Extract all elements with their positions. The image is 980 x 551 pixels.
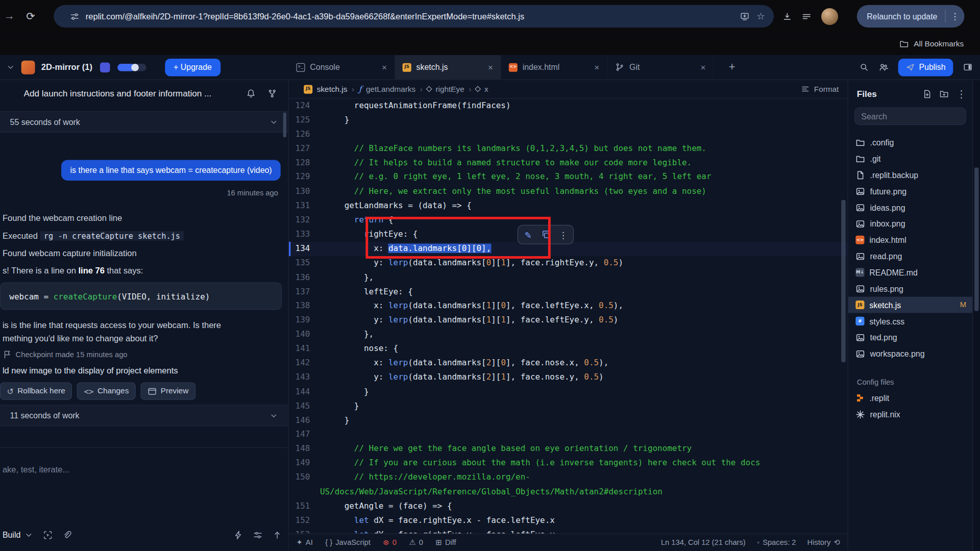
attach-icon[interactable] [62, 530, 71, 539]
edit-icon[interactable]: ✎ [520, 226, 537, 243]
file-item-ideas.png[interactable]: ideas.png [848, 199, 973, 216]
settings-icon[interactable] [253, 530, 262, 539]
new-tab-icon[interactable]: + [729, 55, 736, 80]
screenshot-icon[interactable] [43, 530, 52, 539]
search-icon[interactable] [860, 62, 869, 71]
files-menu-icon[interactable]: ⋮ [956, 88, 966, 100]
downloads-icon[interactable] [782, 12, 792, 21]
work-summary-top[interactable]: 55 seconds of work [0, 111, 288, 133]
code-line[interactable]: 139 y: lerp(data.landmarks[1][1], face.l… [289, 313, 848, 328]
breadcrumb-property[interactable]: x [484, 85, 488, 93]
copy-icon[interactable] [537, 226, 554, 243]
code-line[interactable]: 126 [289, 128, 848, 142]
url-text[interactable]: replit.com/@alfkeih/2D-mirror-1?replId=8… [86, 12, 732, 21]
site-settings-icon[interactable] [70, 12, 79, 21]
repl-badge-icon[interactable] [100, 62, 110, 72]
status-item[interactable]: ◦Spaces: 2 [757, 538, 796, 546]
editor-scrollbar[interactable] [841, 200, 846, 362]
file-item-inbox.png[interactable]: inbox.png [848, 215, 973, 232]
breadcrumb-property[interactable]: rightEye [435, 85, 464, 93]
boost-slider[interactable] [117, 63, 146, 71]
code-line[interactable]: 144 } [289, 385, 848, 399]
code-line[interactable]: 145 } [289, 399, 848, 413]
browser-menu-icon[interactable]: ⋮ [949, 11, 961, 21]
code-line[interactable]: 149 // If you are curious about the math… [289, 456, 848, 470]
code-line[interactable]: 148 // Here we get the face angle based … [289, 442, 848, 456]
status-item[interactable]: ⊞Diff [435, 538, 456, 546]
more-options-icon[interactable]: ⋮ [554, 226, 572, 243]
code-line[interactable]: US/docs/Web/JavaScript/Reference/Global_… [289, 485, 848, 499]
build-mode-dropdown[interactable]: Build [3, 530, 33, 539]
status-item[interactable]: { }JavaScript [325, 538, 371, 546]
code-line[interactable]: 130 // Here, we extract only the most us… [289, 185, 848, 199]
code-line[interactable]: 129 // e.g. 0 right eye, 1 left eye, 2 n… [289, 170, 848, 185]
code-line[interactable]: 143 y: lerp(data.landmarks[2][1], face.n… [289, 370, 848, 385]
rollback-button[interactable]: ↺Rollback here [0, 382, 72, 399]
code-line[interactable]: 138 x: lerp(data.landmarks[1][0], face.l… [289, 299, 848, 313]
file-item-rules.png[interactable]: rules.png [848, 281, 973, 297]
code-line[interactable]: 146} [289, 413, 848, 428]
layout-toggle-icon[interactable] [963, 62, 972, 71]
code-line[interactable]: 152 let dX = face.rightEye.x - face.left… [289, 513, 848, 528]
code-line[interactable]: 135 y: lerp(data.landmarks[0][1], face.r… [289, 256, 848, 270]
breadcrumb-function[interactable]: getLandmarks [366, 85, 415, 93]
format-button[interactable]: Format [801, 84, 839, 93]
file-item-future.png[interactable]: future.png [848, 183, 973, 199]
upgrade-button[interactable]: + Upgrade [165, 58, 220, 76]
close-icon[interactable]: × [700, 62, 705, 72]
status-item[interactable]: ✦AI [296, 538, 312, 546]
code-line[interactable]: 124 requestAnimationFrame(findFaces) [289, 98, 848, 113]
refresh-icon[interactable]: ⟳ [21, 10, 40, 23]
code-line[interactable]: 153 let dY = face.rightEye.y - face.left… [289, 528, 848, 533]
status-item[interactable]: ⚠0 [409, 538, 423, 546]
chevron-down-icon[interactable] [6, 63, 15, 71]
relaunch-button[interactable]: Relaunch to update ⋮ [857, 5, 964, 28]
status-item[interactable]: ⊗0 [383, 538, 397, 546]
new-folder-icon[interactable] [939, 88, 948, 100]
repl-icon[interactable] [21, 60, 35, 74]
close-icon[interactable]: × [594, 62, 599, 72]
avatar[interactable] [821, 8, 838, 24]
tab-Console[interactable]: >_Console× [289, 55, 395, 80]
file-item-.replit[interactable]: .replit [848, 390, 973, 406]
code-line[interactable]: 131getLandmarks = (data) => { [289, 199, 848, 213]
breadcrumb-file[interactable]: sketch.js [317, 85, 348, 93]
new-file-icon[interactable] [922, 88, 932, 100]
status-item[interactable]: Ln 134, Col 12 (21 chars) [661, 538, 746, 546]
code-line[interactable]: 151getAngle = (face) => { [289, 499, 848, 513]
forward-icon[interactable]: → [0, 10, 19, 22]
agent-scrollbar[interactable] [283, 112, 286, 137]
publish-button[interactable]: Publish [898, 58, 953, 76]
tab-Git[interactable]: Git× [607, 55, 714, 80]
send-icon[interactable] [273, 530, 282, 539]
work-summary-bottom[interactable]: 11 seconds of work [0, 405, 288, 426]
code-line[interactable]: 125} [289, 113, 848, 127]
code-line[interactable]: 128 // It helps to build a named structu… [289, 156, 848, 170]
file-item-.replit.backup[interactable]: .replit.backup [848, 167, 973, 183]
tab-sketch.js[interactable]: JSsketch.js× [395, 55, 501, 80]
file-item-sketch.js[interactable]: JSsketch.jsM [848, 297, 973, 313]
changes-button[interactable]: <>Changes [77, 382, 136, 399]
chevron-down-icon[interactable] [270, 411, 278, 420]
code-editor[interactable]: 124 requestAnimationFrame(findFaces)125}… [289, 98, 848, 533]
close-icon[interactable]: × [382, 62, 387, 72]
page-scrollbar-thumb[interactable] [974, 167, 979, 311]
url-bar[interactable]: replit.com/@alfkeih/2D-mirror-1?replId=8… [54, 5, 774, 28]
status-item[interactable]: History⟲ [807, 538, 840, 546]
install-icon[interactable] [740, 12, 749, 21]
file-item-.git[interactable]: .git [848, 151, 973, 167]
file-item-.config[interactable]: .config [848, 134, 973, 151]
file-item-workspace.png[interactable]: workspace.png [848, 345, 973, 362]
code-line[interactable]: 141 nose: { [289, 342, 848, 356]
tab-index.html[interactable]: <>index.html× [501, 55, 607, 80]
file-item-index.html[interactable]: <>index.html [848, 232, 973, 248]
preview-button[interactable]: Preview [141, 382, 195, 399]
file-item-README.md[interactable]: M↓README.md [848, 264, 973, 281]
close-icon[interactable]: × [488, 62, 493, 72]
bookmark-star-icon[interactable]: ☆ [756, 11, 765, 22]
agent-input[interactable]: ake, test, iterate... [3, 465, 69, 474]
reading-list-icon[interactable] [802, 12, 811, 21]
agent-thread-title[interactable]: Add launch instructions and footer infor… [24, 88, 236, 98]
file-item-replit.nix[interactable]: replit.nix [848, 406, 973, 422]
repl-title[interactable]: 2D-mirror (1) [41, 62, 92, 71]
